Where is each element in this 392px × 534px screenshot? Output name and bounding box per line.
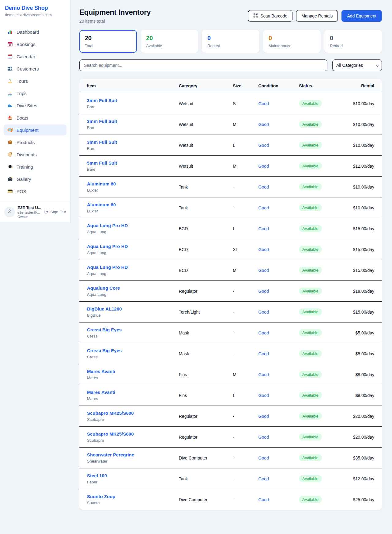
condition-link[interactable]: Good — [258, 247, 269, 252]
item-link[interactable]: Scubapro MK25/S600 — [87, 431, 134, 437]
sailboat-icon — [7, 115, 13, 120]
sidebar-item-products[interactable]: Products — [4, 137, 66, 148]
scan-barcode-button[interactable]: Scan Barcode — [248, 10, 292, 22]
item-brand: Suunto — [87, 501, 172, 505]
condition-link[interactable]: Good — [258, 310, 269, 315]
sidebar-item-equipment[interactable]: Equipment — [4, 124, 66, 135]
condition-link[interactable]: Good — [258, 101, 269, 106]
table-row: Aqualung Core Aqua Lung Regulator - Good… — [79, 281, 382, 302]
item-brand: Scubapro — [87, 438, 172, 443]
item-brand: Cressi — [87, 355, 172, 360]
sign-out-button[interactable]: Sign Out — [44, 209, 66, 215]
item-link[interactable]: 3mm Full Suit — [87, 139, 117, 145]
table-row: Aqua Lung Pro HD Aqua Lung BCD XL Good A… — [79, 239, 382, 260]
category-cell: Mask — [175, 343, 229, 364]
stat-card-available[interactable]: 20 Available — [141, 30, 198, 53]
sidebar-item-discounts[interactable]: Discounts — [4, 149, 66, 160]
condition-link[interactable]: Good — [258, 435, 269, 440]
item-link[interactable]: Steel 100 — [87, 473, 107, 479]
sidebar-item-boats[interactable]: Boats — [4, 112, 66, 123]
condition-link[interactable]: Good — [258, 456, 269, 460]
sidebar-item-label: Discounts — [17, 152, 37, 157]
stat-value: 0 — [269, 35, 315, 42]
item-brand: Luxfer — [87, 188, 172, 193]
item-link[interactable]: Mares Avanti — [87, 368, 115, 374]
people-icon — [7, 66, 13, 71]
item-link[interactable]: Cressi Big Eyes — [87, 327, 122, 333]
rental-cell: $15.00/day — [349, 260, 382, 281]
item-link[interactable]: Aluminum 80 — [87, 202, 116, 208]
item-link[interactable]: BigBlue AL1200 — [87, 306, 122, 312]
condition-link[interactable]: Good — [258, 414, 269, 419]
size-cell: XL — [229, 239, 254, 260]
item-link[interactable]: Aqua Lung Pro HD — [87, 243, 128, 249]
sidebar-item-bookings[interactable]: 17 Bookings — [4, 39, 66, 50]
condition-link[interactable]: Good — [258, 185, 269, 189]
size-cell: - — [229, 177, 254, 197]
item-brand: Bare — [87, 105, 172, 109]
brand-link[interactable]: Demo Dive Shop — [5, 5, 65, 11]
sidebar-item-tours[interactable]: Tours — [4, 75, 66, 86]
category-cell: Regulator — [175, 427, 229, 448]
item-link[interactable]: 5mm Full Suit — [87, 160, 117, 166]
table-row: 5mm Full Suit Bare Wetsuit M Good Availa… — [79, 156, 382, 177]
status-badge: Available — [299, 350, 322, 357]
stat-label: Retired — [330, 44, 376, 48]
sidebar-item-customers[interactable]: Customers — [4, 63, 66, 74]
sidebar-item-pos[interactable]: POS — [4, 186, 66, 197]
condition-link[interactable]: Good — [258, 164, 269, 169]
sidebar-item-gallery[interactable]: Gallery — [4, 174, 66, 185]
sidebar-item-label: Training — [17, 164, 33, 170]
sidebar-item-dive-sites[interactable]: Dive Sites — [4, 100, 66, 111]
stat-card-total[interactable]: 20 Total — [79, 30, 137, 53]
item-link[interactable]: 3mm Full Suit — [87, 97, 117, 103]
col-status: Status — [295, 79, 349, 93]
barcode-scan-icon — [253, 13, 258, 19]
condition-link[interactable]: Good — [258, 143, 269, 148]
sidebar-item-training[interactable]: Training — [4, 161, 66, 172]
condition-link[interactable]: Good — [258, 330, 269, 335]
size-cell: - — [229, 281, 254, 302]
condition-link[interactable]: Good — [258, 351, 269, 356]
stat-card-rented[interactable]: 0 Rented — [202, 30, 259, 53]
item-link[interactable]: Aluminum 80 — [87, 181, 116, 187]
category-select[interactable]: All Categories — [332, 59, 382, 71]
item-brand: Aqua Lung — [87, 230, 172, 235]
rental-cell: $8.00/day — [349, 385, 382, 406]
item-link[interactable]: Cressi Big Eyes — [87, 348, 122, 353]
item-link[interactable]: Mares Avanti — [87, 389, 115, 395]
condition-link[interactable]: Good — [258, 476, 269, 481]
stat-card-retired[interactable]: 0 Retired — [324, 30, 382, 53]
item-link[interactable]: Shearwater Peregrine — [87, 452, 134, 458]
status-badge: Available — [299, 392, 322, 399]
item-brand: Aqua Lung — [87, 271, 172, 276]
condition-link[interactable]: Good — [258, 268, 269, 273]
status-badge: Available — [299, 288, 322, 295]
item-link[interactable]: Aqua Lung Pro HD — [87, 223, 128, 228]
condition-link[interactable]: Good — [258, 205, 269, 210]
condition-link[interactable]: Good — [258, 122, 269, 127]
category-cell: Torch/Light — [175, 302, 229, 322]
calendar-pad-icon — [7, 54, 13, 59]
condition-link[interactable]: Good — [258, 372, 269, 377]
item-link[interactable]: Suunto Zoop — [87, 494, 115, 499]
search-input[interactable] — [79, 59, 327, 71]
item-brand: Bare — [87, 167, 172, 172]
condition-link[interactable]: Good — [258, 497, 269, 502]
manage-rentals-button[interactable]: Manage Rentals — [296, 10, 338, 22]
item-link[interactable]: Aqua Lung Pro HD — [87, 264, 128, 270]
sidebar-item-dashboard[interactable]: Dashboard — [4, 26, 66, 37]
item-link[interactable]: 3mm Full Suit — [87, 118, 117, 124]
sidebar-item-label: Boats — [17, 115, 28, 120]
condition-link[interactable]: Good — [258, 289, 269, 294]
credit-card-icon — [7, 189, 13, 194]
stat-card-maintenance[interactable]: 0 Maintenance — [263, 30, 321, 53]
condition-link[interactable]: Good — [258, 393, 269, 398]
status-badge: Available — [299, 246, 322, 253]
item-link[interactable]: Aqualung Core — [87, 285, 120, 291]
condition-link[interactable]: Good — [258, 226, 269, 231]
sidebar-item-calendar[interactable]: Calendar — [4, 51, 66, 62]
add-equipment-button[interactable]: Add Equipment — [341, 10, 382, 22]
sidebar-item-trips[interactable]: Trips — [4, 88, 66, 99]
item-link[interactable]: Scubapro MK25/S600 — [87, 410, 134, 416]
